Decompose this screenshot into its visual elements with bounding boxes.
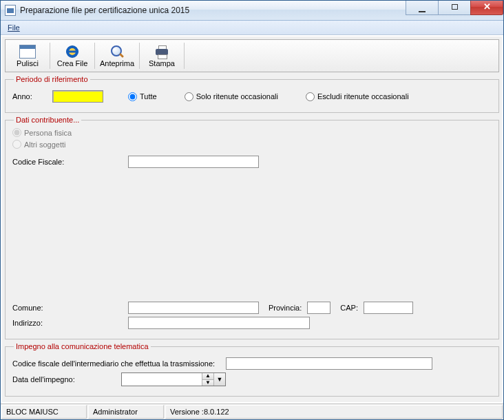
- window-controls: [406, 1, 503, 15]
- fieldset-dati: Dati contribuente... Persona fisica Altr…: [5, 116, 499, 339]
- radio-altri-soggetti-label: Altri soggetti: [24, 140, 66, 149]
- window-icon: [19, 44, 36, 59]
- toolbar-anteprima[interactable]: Anteprima: [95, 40, 139, 72]
- status-user: Administrator: [88, 405, 164, 419]
- radio-escludi-label: Escludi ritenute occasionali: [317, 92, 409, 101]
- toolbar-pulisci-label: Pulisci: [17, 59, 39, 67]
- radio-persona-fisica-label: Persona fisica: [24, 129, 72, 137]
- form-area: Pulisci Crea File Anteprima: [1, 36, 503, 403]
- label-anno: Anno:: [12, 92, 47, 101]
- window-title: Preparazione file per certificazione uni…: [20, 6, 189, 15]
- svg-rect-1: [67, 51, 78, 53]
- printer-icon: [154, 44, 170, 59]
- toolbar-anteprima-label: Anteprima: [100, 59, 134, 67]
- radio-solo-input[interactable]: [185, 92, 193, 101]
- label-cf-intermediario: Codice fiscale dell'intermediario che ef…: [12, 359, 215, 368]
- app-window: Preparazione file per certificazione uni…: [0, 0, 504, 420]
- ie-icon: [64, 44, 81, 59]
- titlebar: Preparazione file per certificazione uni…: [1, 1, 503, 21]
- menu-file[interactable]: File: [3, 22, 24, 33]
- toolbar-creafile-label: Crea File: [57, 59, 88, 67]
- label-indirizzo: Indirizzo:: [12, 319, 123, 327]
- radio-altri-soggetti: Altri soggetti: [12, 140, 66, 149]
- label-codice-fiscale: Codice Fiscale:: [12, 158, 123, 166]
- app-icon: [5, 5, 16, 16]
- status-version: Versione :8.0.122: [165, 405, 503, 419]
- legend-periodo: Periodo di riferimento: [14, 75, 90, 83]
- label-cap: CAP:: [340, 304, 358, 312]
- toolbar-stampa-label: Stampa: [149, 59, 175, 67]
- fieldset-periodo: Periodo di riferimento Anno: Tutte Solo …: [5, 75, 499, 113]
- radio-tutte-input[interactable]: [128, 92, 137, 101]
- radio-persona-fisica: Persona fisica: [12, 128, 72, 137]
- input-data-impegno[interactable]: ▲ ▼ ▼: [121, 372, 226, 386]
- input-cap[interactable]: [364, 302, 413, 314]
- date-dropdown-icon[interactable]: ▼: [213, 373, 225, 386]
- radio-solo[interactable]: Solo ritenute occasionali: [185, 92, 278, 101]
- date-spinner[interactable]: ▲ ▼: [202, 373, 213, 386]
- input-provincia[interactable]: [307, 302, 330, 314]
- radio-tutte[interactable]: Tutte: [128, 92, 157, 101]
- radio-solo-label: Solo ritenute occasionali: [196, 92, 278, 101]
- status-capslock: BLOC MAIUSC: [1, 405, 87, 419]
- magnifier-icon: [109, 44, 125, 59]
- input-comune[interactable]: [128, 302, 259, 314]
- label-provincia: Provincia:: [269, 304, 302, 312]
- toolbar-creafile[interactable]: Crea File: [50, 40, 94, 72]
- toolbar-separator: [184, 43, 185, 69]
- minimize-button[interactable]: [406, 1, 439, 15]
- input-cf-intermediario[interactable]: [226, 357, 432, 370]
- date-text[interactable]: [122, 373, 202, 386]
- close-button[interactable]: [470, 1, 503, 15]
- fieldset-impegno: Impegno alla comunicazione telematica Co…: [5, 342, 499, 397]
- input-anno[interactable]: [52, 90, 103, 103]
- radio-altri-soggetti-input: [12, 140, 21, 149]
- statusbar: BLOC MAIUSC Administrator Versione :8.0.…: [1, 403, 503, 419]
- maximize-button[interactable]: [438, 1, 471, 15]
- toolbar-stampa[interactable]: Stampa: [140, 40, 184, 72]
- legend-dati: Dati contribuente...: [14, 116, 81, 124]
- radio-escludi-input[interactable]: [306, 92, 315, 101]
- label-data-impegno: Data dell'impegno:: [12, 375, 116, 384]
- toolbar: Pulisci Crea File Anteprima: [5, 39, 499, 72]
- menu-file-label: File: [8, 23, 20, 32]
- radio-escludi[interactable]: Escludi ritenute occasionali: [306, 92, 409, 101]
- menubar: File: [1, 21, 503, 35]
- input-codice-fiscale[interactable]: [128, 156, 259, 168]
- toolbar-pulisci[interactable]: Pulisci: [6, 40, 50, 72]
- input-indirizzo[interactable]: [128, 317, 310, 329]
- radio-tutte-label: Tutte: [140, 92, 157, 101]
- legend-impegno: Impegno alla comunicazione telematica: [14, 342, 151, 350]
- spin-down-icon[interactable]: ▼: [202, 380, 213, 386]
- label-comune: Comune:: [12, 304, 123, 312]
- radio-persona-fisica-input: [12, 128, 21, 137]
